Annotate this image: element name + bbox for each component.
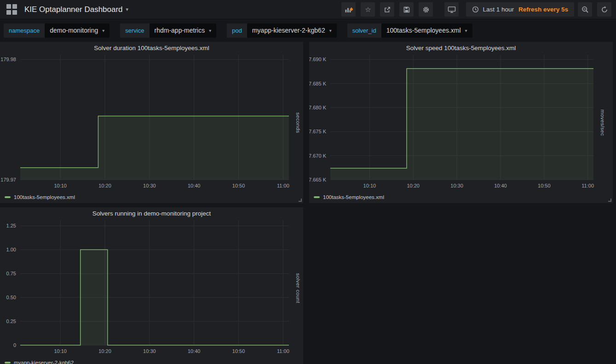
zoom-out-button[interactable] (578, 2, 592, 17)
time-range-label: Last 1 hour (483, 6, 514, 13)
variable-solver-id-dropdown[interactable]: 100tasks-5employees.xml ▾ (381, 23, 472, 38)
legend-series-label: 100tasks-5employees.xml (14, 194, 75, 200)
legend-series-color (5, 362, 11, 364)
chart-canvas-solver-speed[interactable]: 10:1010:2010:3010:4010:5011:007.690 K7.6… (309, 42, 613, 203)
variable-pod-label: pod (227, 23, 247, 38)
title-caret-icon[interactable]: ▾ (126, 6, 129, 12)
y-axis-unit-label: seconds (295, 112, 301, 133)
dashboard-grid: Solver duration 100tasks-5employees.xml … (0, 42, 616, 364)
variable-namespace-dropdown[interactable]: demo-monitoring ▾ (45, 23, 109, 38)
refresh-button[interactable] (597, 2, 611, 17)
star-icon: ☆ (365, 6, 371, 14)
settings-button[interactable] (419, 2, 433, 17)
svg-text:10:50: 10:50 (232, 348, 245, 354)
variable-solver-id-value: 100tasks-5employees.xml (386, 27, 461, 34)
chevron-down-icon: ▾ (329, 28, 332, 33)
chevron-down-icon: ▾ (102, 28, 104, 33)
svg-text:10:40: 10:40 (188, 183, 201, 188)
panel-title[interactable]: Solver speed 100tasks-5employees.xml (309, 45, 613, 51)
svg-text:179.97: 179.97 (0, 177, 16, 182)
variable-pod-dropdown[interactable]: myapp-kieserver-2-kgb62 ▾ (247, 23, 337, 38)
refresh-interval-label: Refresh every 5s (518, 6, 568, 13)
top-navbar: KIE Optaplanner Dashboard ▾ ☆ (0, 0, 616, 19)
panel-solvers-running: Solvers running in demo-monitoring proje… (0, 207, 303, 364)
chart-canvas-solver-duration[interactable]: 10:1010:2010:3010:4010:5011:00179.98179.… (0, 42, 303, 203)
svg-text:10:10: 10:10 (54, 183, 67, 188)
legend-series-label: myapp-kieserver-2-kgb62 (14, 360, 74, 364)
panel-resize-handle[interactable] (299, 199, 302, 202)
y-axis-unit-label: moves/sec (600, 109, 605, 136)
svg-text:0: 0 (13, 342, 16, 348)
chevron-down-icon: ▾ (465, 28, 467, 33)
svg-text:1.00: 1.00 (6, 247, 16, 252)
cycle-view-button[interactable] (444, 2, 459, 17)
legend-series-color (5, 196, 11, 198)
svg-text:0.25: 0.25 (6, 318, 16, 324)
svg-text:11:00: 11:00 (277, 348, 289, 354)
variable-namespace-label: namespace (4, 23, 45, 38)
chart-canvas-solvers-running[interactable]: 10:1010:2010:3010:4010:5011:001.251.000.… (0, 207, 303, 364)
dashboard-title[interactable]: KIE Optaplanner Dashboard (24, 5, 123, 14)
svg-text:7.685 K: 7.685 K (309, 81, 327, 86)
variable-service: service rhdm-app-metrics ▾ (120, 23, 216, 38)
panel-title[interactable]: Solver duration 100tasks-5employees.xml (0, 45, 303, 51)
template-variables-row: namespace demo-monitoring ▾ service rhdm… (0, 19, 616, 41)
svg-text:179.98: 179.98 (0, 57, 16, 62)
legend-item[interactable]: 100tasks-5employees.xml (5, 194, 75, 200)
gear-icon (422, 6, 430, 13)
save-icon (403, 6, 410, 13)
svg-text:1.25: 1.25 (6, 223, 16, 228)
variable-namespace: namespace demo-monitoring ▾ (4, 23, 109, 38)
svg-text:10:10: 10:10 (363, 183, 376, 188)
star-button[interactable]: ☆ (361, 2, 375, 17)
variable-namespace-value: demo-monitoring (50, 27, 98, 34)
svg-text:10:10: 10:10 (54, 348, 67, 354)
time-range-picker[interactable]: Last 1 hour Refresh every 5s (466, 2, 574, 17)
panel-solver-duration: Solver duration 100tasks-5employees.xml … (0, 42, 303, 203)
svg-text:10:50: 10:50 (232, 183, 245, 188)
svg-text:10:30: 10:30 (143, 348, 156, 354)
dashboards-grid-icon[interactable] (6, 4, 17, 15)
variable-service-dropdown[interactable]: rhdm-app-metrics ▾ (150, 23, 217, 38)
share-icon (384, 6, 391, 13)
add-panel-button[interactable] (341, 2, 356, 17)
y-axis-unit-label: solver count (295, 273, 301, 303)
variable-solver-id: solver_id 100tasks-5employees.xml ▾ (347, 23, 472, 38)
monitor-icon (448, 6, 456, 13)
search-minus-icon (581, 6, 589, 13)
svg-text:10:40: 10:40 (494, 183, 507, 188)
save-button[interactable] (399, 2, 414, 17)
svg-text:7.675 K: 7.675 K (309, 129, 327, 134)
variable-service-value: rhdm-app-metrics (155, 27, 205, 34)
share-button[interactable] (380, 2, 394, 17)
svg-text:11:00: 11:00 (277, 183, 289, 188)
clock-icon (472, 6, 479, 13)
svg-text:10:50: 10:50 (538, 183, 551, 188)
legend-item[interactable]: myapp-kieserver-2-kgb62 (5, 360, 74, 364)
svg-text:10:30: 10:30 (143, 183, 156, 188)
panel-solver-speed: Solver speed 100tasks-5employees.xml 10:… (309, 42, 613, 203)
legend-series-color (314, 196, 320, 198)
panel-resize-handle[interactable] (608, 199, 611, 202)
svg-text:11:00: 11:00 (581, 183, 594, 188)
refresh-icon (601, 6, 608, 13)
svg-text:7.680 K: 7.680 K (309, 105, 327, 110)
svg-text:10:30: 10:30 (450, 183, 463, 188)
chevron-down-icon: ▾ (209, 28, 211, 33)
add-panel-icon (345, 6, 353, 13)
svg-text:0.50: 0.50 (6, 295, 16, 300)
legend-item[interactable]: 100tasks-5employees.xml (314, 194, 384, 200)
svg-text:0.75: 0.75 (6, 271, 16, 276)
svg-text:10:20: 10:20 (98, 348, 111, 354)
panel-title[interactable]: Solvers running in demo-monitoring proje… (0, 210, 303, 217)
svg-text:7.690 K: 7.690 K (309, 57, 327, 62)
variable-service-label: service (120, 23, 149, 38)
variable-solver-id-label: solver_id (347, 23, 381, 38)
svg-text:10:40: 10:40 (188, 348, 201, 354)
variable-pod: pod myapp-kieserver-2-kgb62 ▾ (227, 23, 336, 38)
svg-text:10:20: 10:20 (98, 183, 111, 188)
variable-pod-value: myapp-kieserver-2-kgb62 (252, 27, 325, 34)
svg-text:10:20: 10:20 (407, 183, 420, 188)
navbar-actions: ☆ (336, 2, 611, 17)
legend-series-label: 100tasks-5employees.xml (323, 194, 384, 200)
